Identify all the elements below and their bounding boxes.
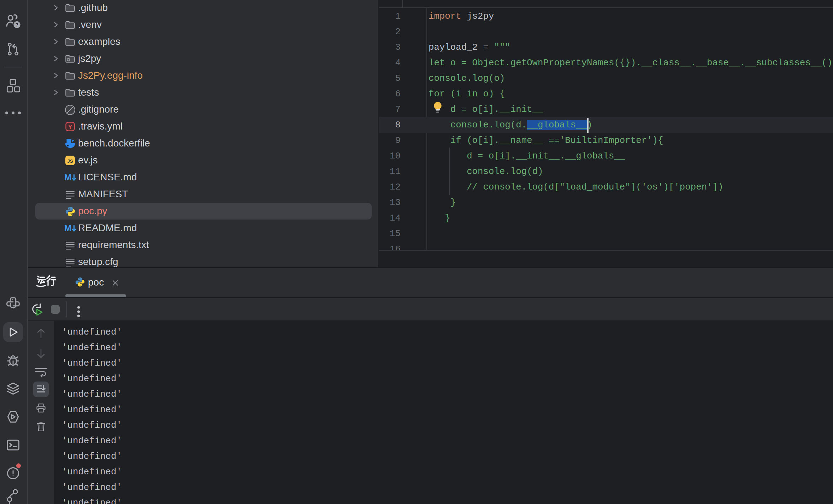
svg-text:Y: Y (68, 124, 72, 130)
svg-text:?: ? (16, 22, 19, 28)
svg-text:M: M (64, 173, 71, 182)
svg-text:JS: JS (67, 158, 73, 164)
svg-text:M: M (64, 224, 71, 233)
